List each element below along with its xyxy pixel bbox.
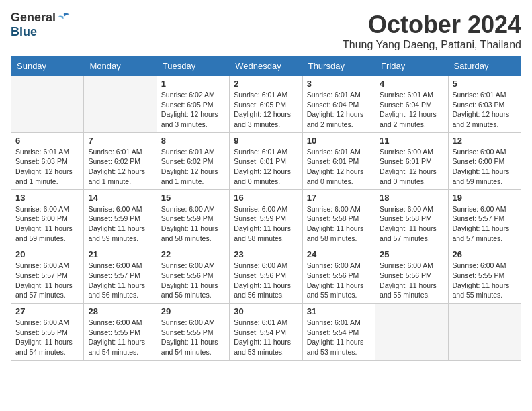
empty-day-cell <box>448 304 521 361</box>
day-cell: 29Sunrise: 6:00 AM Sunset: 5:55 PM Dayli… <box>157 304 229 361</box>
day-number: 15 <box>161 193 225 203</box>
day-number: 13 <box>15 193 79 203</box>
day-info: Sunrise: 6:00 AM Sunset: 5:56 PM Dayligh… <box>234 261 298 300</box>
day-number: 23 <box>234 249 298 259</box>
day-cell: 7Sunrise: 6:01 AM Sunset: 6:02 PM Daylig… <box>84 132 157 189</box>
day-number: 11 <box>380 136 443 146</box>
day-cell: 21Sunrise: 6:00 AM Sunset: 5:57 PM Dayli… <box>84 246 157 304</box>
day-cell: 11Sunrise: 6:00 AM Sunset: 6:01 PM Dayli… <box>375 132 448 189</box>
day-number: 2 <box>234 79 298 89</box>
day-cell: 3Sunrise: 6:01 AM Sunset: 6:04 PM Daylig… <box>302 76 375 133</box>
calendar-table: SundayMondayTuesdayWednesdayThursdayFrid… <box>11 56 521 361</box>
day-number: 14 <box>88 193 152 203</box>
weekday-header: Friday <box>375 57 448 76</box>
day-number: 18 <box>380 193 443 203</box>
calendar-week-row: 20Sunrise: 6:00 AM Sunset: 5:57 PM Dayli… <box>11 246 521 304</box>
empty-day-cell <box>375 304 448 361</box>
day-cell: 9Sunrise: 6:01 AM Sunset: 6:01 PM Daylig… <box>230 132 302 189</box>
day-number: 12 <box>453 136 517 146</box>
calendar-week-row: 27Sunrise: 6:00 AM Sunset: 5:55 PM Dayli… <box>11 304 521 361</box>
day-number: 10 <box>307 136 371 146</box>
calendar-week-row: 6Sunrise: 6:01 AM Sunset: 6:03 PM Daylig… <box>11 132 521 189</box>
day-cell: 1Sunrise: 6:02 AM Sunset: 6:05 PM Daylig… <box>157 76 229 133</box>
day-info: Sunrise: 6:02 AM Sunset: 6:05 PM Dayligh… <box>161 90 225 130</box>
day-info: Sunrise: 6:00 AM Sunset: 5:56 PM Dayligh… <box>161 261 225 300</box>
day-cell: 16Sunrise: 6:00 AM Sunset: 5:59 PM Dayli… <box>230 189 302 246</box>
day-number: 9 <box>234 136 298 146</box>
day-number: 7 <box>88 136 152 146</box>
day-number: 4 <box>380 79 443 89</box>
day-cell: 25Sunrise: 6:00 AM Sunset: 5:56 PM Dayli… <box>375 246 448 304</box>
day-info: Sunrise: 6:00 AM Sunset: 5:58 PM Dayligh… <box>307 204 371 244</box>
day-cell: 24Sunrise: 6:00 AM Sunset: 5:56 PM Dayli… <box>302 246 375 304</box>
calendar-week-row: 1Sunrise: 6:02 AM Sunset: 6:05 PM Daylig… <box>11 76 521 133</box>
day-info: Sunrise: 6:00 AM Sunset: 5:59 PM Dayligh… <box>234 204 298 244</box>
day-cell: 22Sunrise: 6:00 AM Sunset: 5:56 PM Dayli… <box>157 246 229 304</box>
day-cell: 5Sunrise: 6:01 AM Sunset: 6:03 PM Daylig… <box>448 76 521 133</box>
day-number: 21 <box>88 249 152 259</box>
day-info: Sunrise: 6:01 AM Sunset: 6:02 PM Dayligh… <box>161 147 225 187</box>
month-title: October 2024 <box>343 11 521 39</box>
day-info: Sunrise: 6:00 AM Sunset: 5:59 PM Dayligh… <box>161 204 225 244</box>
page-header: General Blue October 2024 Thung Yang Dae… <box>11 11 521 51</box>
day-info: Sunrise: 6:01 AM Sunset: 5:54 PM Dayligh… <box>307 318 371 357</box>
day-cell: 19Sunrise: 6:00 AM Sunset: 5:57 PM Dayli… <box>448 189 521 246</box>
day-number: 30 <box>234 306 298 316</box>
day-cell: 10Sunrise: 6:01 AM Sunset: 6:01 PM Dayli… <box>302 132 375 189</box>
day-cell: 31Sunrise: 6:01 AM Sunset: 5:54 PM Dayli… <box>302 304 375 361</box>
day-cell: 6Sunrise: 6:01 AM Sunset: 6:03 PM Daylig… <box>11 132 84 189</box>
day-cell: 15Sunrise: 6:00 AM Sunset: 5:59 PM Dayli… <box>157 189 229 246</box>
day-cell: 23Sunrise: 6:00 AM Sunset: 5:56 PM Dayli… <box>230 246 302 304</box>
day-info: Sunrise: 6:01 AM Sunset: 6:03 PM Dayligh… <box>453 90 517 130</box>
logo: General Blue <box>11 11 71 39</box>
title-section: October 2024 Thung Yang Daeng, Pattani, … <box>343 11 521 51</box>
location-subtitle: Thung Yang Daeng, Pattani, Thailand <box>343 39 521 51</box>
logo-bird-icon <box>57 11 71 25</box>
day-number: 20 <box>15 249 79 259</box>
day-number: 31 <box>307 306 371 316</box>
calendar-week-row: 13Sunrise: 6:00 AM Sunset: 6:00 PM Dayli… <box>11 189 521 246</box>
day-info: Sunrise: 6:01 AM Sunset: 6:01 PM Dayligh… <box>234 147 298 187</box>
day-info: Sunrise: 6:01 AM Sunset: 6:04 PM Dayligh… <box>380 90 443 130</box>
weekday-header: Thursday <box>302 57 375 76</box>
day-number: 25 <box>380 249 443 259</box>
day-number: 22 <box>161 249 225 259</box>
day-cell: 27Sunrise: 6:00 AM Sunset: 5:55 PM Dayli… <box>11 304 84 361</box>
day-info: Sunrise: 6:00 AM Sunset: 5:55 PM Dayligh… <box>161 318 225 357</box>
day-cell: 2Sunrise: 6:01 AM Sunset: 6:05 PM Daylig… <box>230 76 302 133</box>
day-info: Sunrise: 6:01 AM Sunset: 5:54 PM Dayligh… <box>234 318 298 357</box>
weekday-header: Monday <box>84 57 157 76</box>
day-number: 24 <box>307 249 371 259</box>
day-info: Sunrise: 6:00 AM Sunset: 5:55 PM Dayligh… <box>453 261 517 300</box>
day-info: Sunrise: 6:00 AM Sunset: 6:01 PM Dayligh… <box>380 147 443 187</box>
day-info: Sunrise: 6:01 AM Sunset: 6:02 PM Dayligh… <box>88 147 152 187</box>
day-number: 26 <box>453 249 517 259</box>
calendar-header-row: SundayMondayTuesdayWednesdayThursdayFrid… <box>11 57 521 76</box>
day-info: Sunrise: 6:00 AM Sunset: 5:59 PM Dayligh… <box>88 204 152 244</box>
day-number: 6 <box>15 136 79 146</box>
day-cell: 13Sunrise: 6:00 AM Sunset: 6:00 PM Dayli… <box>11 189 84 246</box>
day-info: Sunrise: 6:00 AM Sunset: 5:57 PM Dayligh… <box>88 261 152 300</box>
day-info: Sunrise: 6:00 AM Sunset: 5:57 PM Dayligh… <box>15 261 79 300</box>
day-info: Sunrise: 6:00 AM Sunset: 6:00 PM Dayligh… <box>15 204 79 244</box>
day-cell: 8Sunrise: 6:01 AM Sunset: 6:02 PM Daylig… <box>157 132 229 189</box>
day-number: 1 <box>161 79 225 89</box>
day-info: Sunrise: 6:00 AM Sunset: 5:56 PM Dayligh… <box>380 261 443 300</box>
weekday-header: Wednesday <box>230 57 302 76</box>
day-cell: 14Sunrise: 6:00 AM Sunset: 5:59 PM Dayli… <box>84 189 157 246</box>
day-number: 8 <box>161 136 225 146</box>
day-cell: 20Sunrise: 6:00 AM Sunset: 5:57 PM Dayli… <box>11 246 84 304</box>
day-number: 29 <box>161 306 225 316</box>
logo-blue-text: Blue <box>11 25 37 39</box>
day-info: Sunrise: 6:00 AM Sunset: 5:57 PM Dayligh… <box>453 204 517 244</box>
day-info: Sunrise: 6:01 AM Sunset: 6:01 PM Dayligh… <box>307 147 371 187</box>
weekday-header: Saturday <box>448 57 521 76</box>
day-cell: 26Sunrise: 6:00 AM Sunset: 5:55 PM Dayli… <box>448 246 521 304</box>
day-cell: 4Sunrise: 6:01 AM Sunset: 6:04 PM Daylig… <box>375 76 448 133</box>
day-number: 19 <box>453 193 517 203</box>
day-number: 5 <box>453 79 517 89</box>
day-info: Sunrise: 6:00 AM Sunset: 5:58 PM Dayligh… <box>380 204 443 244</box>
day-cell: 17Sunrise: 6:00 AM Sunset: 5:58 PM Dayli… <box>302 189 375 246</box>
empty-day-cell <box>84 76 157 133</box>
day-cell: 12Sunrise: 6:00 AM Sunset: 6:00 PM Dayli… <box>448 132 521 189</box>
